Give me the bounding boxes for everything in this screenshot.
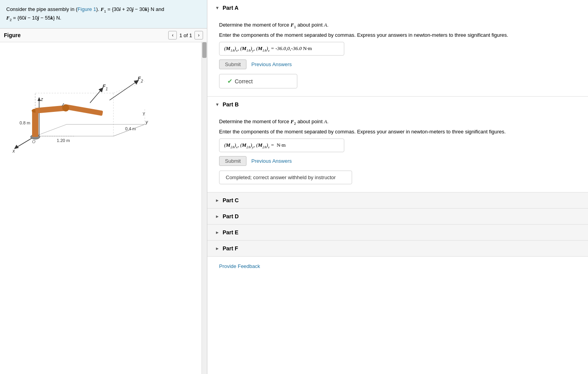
- part-a-correct-badge: ✔ Correct: [219, 74, 297, 88]
- svg-point-23: [62, 104, 69, 111]
- part-a-prev-answers-link[interactable]: Previous Answers: [251, 61, 291, 67]
- part-b-formula: (M2A)x, (M2A)y, (M2A)z = N·m: [224, 142, 286, 149]
- svg-text:1.20 m: 1.20 m: [57, 138, 70, 143]
- figure-nav: ‹ 1 of 1 ›: [168, 31, 203, 40]
- part-b-header[interactable]: ▼ Part B: [207, 97, 588, 112]
- part-a-instruction: Enter the components of the moment separ…: [219, 32, 576, 38]
- part-b-prev-answers-link[interactable]: Previous Answers: [251, 158, 291, 164]
- part-b-instruction: Enter the components of the moment separ…: [219, 129, 576, 135]
- svg-text:O: O: [32, 139, 36, 144]
- figure-header: Figure ‹ 1 of 1 ›: [0, 29, 207, 42]
- problem-statement: Consider the pipe assembly in (Figure 1)…: [0, 0, 207, 29]
- part-b-content: Determine the moment of force F2 about p…: [207, 112, 588, 192]
- part-a-answer-box: (M1A)x, (M1A)y, (M1A)z = -36.0,0,-36.0 N…: [219, 42, 344, 56]
- svg-text:y: y: [143, 111, 145, 115]
- part-c-header[interactable]: ► Part C: [207, 192, 588, 208]
- part-a-label: Part A: [223, 5, 239, 11]
- figure-next-button[interactable]: ›: [194, 31, 203, 40]
- part-c-section: ► Part C: [207, 192, 588, 209]
- pipe-figure-svg: z x O A: [4, 46, 192, 160]
- figure-scroll-thumb[interactable]: [202, 42, 207, 58]
- part-a-header[interactable]: ▼ Part A: [207, 0, 588, 16]
- svg-marker-10: [38, 97, 41, 101]
- part-d-chevron: ►: [215, 214, 219, 219]
- part-a-section: ▼ Part A Determine the moment of force F…: [207, 0, 588, 97]
- svg-text:F1: F1: [102, 83, 108, 91]
- part-b-section: ▼ Part B Determine the moment of force F…: [207, 97, 588, 192]
- part-b-desc: Determine the moment of force F2 about p…: [219, 119, 576, 126]
- svg-rect-22: [64, 104, 103, 116]
- part-a-action-row: Submit Previous Answers: [219, 59, 576, 69]
- svg-text:z: z: [40, 97, 43, 102]
- svg-text:F2: F2: [138, 76, 143, 83]
- svg-line-3: [35, 124, 67, 136]
- part-b-withheld-badge: Completed; correct answer withheld by in…: [219, 171, 352, 184]
- provide-feedback-section: Provide Feedback: [207, 257, 588, 275]
- svg-text:0.4 m: 0.4 m: [125, 126, 136, 131]
- part-e-section: ► Part E: [207, 225, 588, 241]
- svg-text:x: x: [12, 148, 15, 154]
- part-a-chevron: ▼: [215, 5, 219, 10]
- part-c-chevron: ►: [215, 198, 219, 203]
- part-c-label: Part C: [223, 197, 239, 203]
- part-e-chevron: ►: [215, 230, 219, 235]
- part-a-submit-button[interactable]: Submit: [219, 59, 246, 69]
- part-a-check-icon: ✔: [227, 77, 232, 85]
- figure-link[interactable]: Figure 1: [77, 6, 96, 12]
- part-d-header[interactable]: ► Part D: [207, 209, 588, 224]
- part-f-label: Part F: [223, 245, 238, 252]
- part-a-status-label: Correct: [235, 78, 253, 85]
- part-b-answer-box: (M2A)x, (M2A)y, (M2A)z = N·m: [219, 138, 344, 153]
- part-d-section: ► Part D: [207, 209, 588, 225]
- svg-line-24: [90, 89, 102, 103]
- part-b-chevron: ▼: [215, 102, 219, 107]
- figure-scrollbar[interactable]: [201, 42, 207, 374]
- provide-feedback-link[interactable]: Provide Feedback: [219, 263, 260, 269]
- figure-page: 1 of 1: [179, 32, 192, 38]
- svg-line-8: [113, 81, 145, 93]
- part-b-submit-button[interactable]: Submit: [219, 156, 246, 166]
- part-a-desc: Determine the moment of force F1 about p…: [219, 22, 576, 29]
- figure-canvas: z x O A: [0, 42, 207, 374]
- part-b-status-label: Completed; correct answer withheld by in…: [226, 174, 336, 180]
- svg-text:y: y: [145, 119, 148, 125]
- figure-title: Figure: [4, 32, 21, 38]
- part-e-label: Part E: [223, 229, 238, 236]
- left-panel: Consider the pipe assembly in (Figure 1)…: [0, 0, 207, 374]
- part-f-chevron: ►: [215, 246, 219, 251]
- part-d-label: Part D: [223, 213, 239, 219]
- part-b-action-row: Submit Previous Answers: [219, 156, 576, 166]
- figure-prev-button[interactable]: ‹: [168, 31, 177, 40]
- part-b-label: Part B: [223, 101, 239, 108]
- svg-rect-18: [32, 111, 38, 137]
- svg-line-26: [110, 81, 137, 100]
- part-a-formula: (M1A)x, (M1A)y, (M1A)z = -36.0,0,-36.0 N…: [224, 45, 312, 52]
- part-f-section: ► Part F: [207, 241, 588, 257]
- svg-text:0.8 m: 0.8 m: [20, 120, 31, 125]
- part-e-header[interactable]: ► Part E: [207, 225, 588, 240]
- right-panel: ▼ Part A Determine the moment of force F…: [207, 0, 588, 374]
- part-a-content: Determine the moment of force F1 about p…: [207, 16, 588, 96]
- part-f-header[interactable]: ► Part F: [207, 241, 588, 256]
- figure-area: Figure ‹ 1 of 1 ›: [0, 29, 207, 374]
